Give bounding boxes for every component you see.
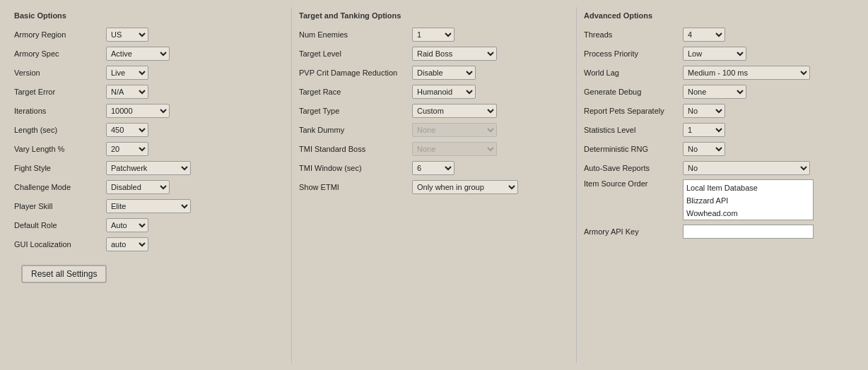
- fight-style-select[interactable]: PatchwerkHecticAddCleaveUltraxion: [106, 161, 191, 175]
- armory-api-key-input[interactable]: [683, 225, 814, 239]
- threads-select[interactable]: 1248: [683, 28, 725, 42]
- pvp-crit-select[interactable]: DisableEnable: [412, 66, 476, 80]
- target-error-label: Target Error: [14, 88, 106, 96]
- armory-region-select[interactable]: USEUKRTWCN: [106, 28, 148, 42]
- target-type-select[interactable]: CustomPlayerNPC: [412, 104, 497, 118]
- advanced-options-title: Advanced Options: [584, 11, 854, 21]
- target-level-row: Target Level Raid BossEliteNormal: [299, 46, 569, 61]
- world-lag-row: World Lag Low - 10 msMedium - 100 msHigh…: [584, 65, 854, 80]
- length-select[interactable]: 180300450600: [106, 123, 148, 137]
- item-source-blizzard[interactable]: Blizzard API: [686, 194, 810, 207]
- target-tanking-section: Target and Tanking Options Num Enemies 1…: [292, 7, 577, 363]
- main-container: Basic Options Armory Region USEUKRTWCN A…: [0, 0, 868, 370]
- length-label: Length (sec): [14, 126, 106, 134]
- challenge-mode-select[interactable]: DisabledEnabled: [106, 180, 170, 194]
- world-lag-select[interactable]: Low - 10 msMedium - 100 msHigh - 300 ms: [683, 66, 810, 80]
- statistics-level-select[interactable]: 0123: [683, 123, 725, 137]
- deterministic-rng-select[interactable]: NoYes: [683, 142, 725, 156]
- item-source-local[interactable]: Local Item Database: [686, 181, 810, 194]
- pvp-crit-row: PVP Crit Damage Reduction DisableEnable: [299, 65, 569, 80]
- report-pets-label: Report Pets Separately: [584, 107, 683, 115]
- reset-all-settings-button[interactable]: Reset all Settings: [21, 265, 107, 283]
- process-priority-label: Process Priority: [584, 49, 683, 58]
- statistics-level-row: Statistics Level 0123: [584, 122, 854, 138]
- tmi-standard-boss-row: TMI Standard Boss None: [299, 141, 569, 157]
- fight-style-label: Fight Style: [14, 164, 106, 172]
- armory-spec-row: Armory Spec ActivePrimarySecondary: [14, 46, 284, 61]
- deterministic-rng-row: Deterministic RNG NoYes: [584, 141, 854, 157]
- target-level-select[interactable]: Raid BossEliteNormal: [412, 47, 497, 61]
- tank-dummy-select[interactable]: None: [412, 123, 497, 137]
- num-enemies-label: Num Enemies: [299, 30, 412, 39]
- target-error-row: Target Error N/A0.10.51.0: [14, 84, 284, 100]
- process-priority-select[interactable]: LowNormalHigh: [683, 47, 746, 61]
- report-pets-select[interactable]: NoYes: [683, 104, 725, 118]
- player-skill-row: Player Skill EliteGoodAverageOrc: [14, 198, 284, 214]
- fight-style-row: Fight Style PatchwerkHecticAddCleaveUltr…: [14, 160, 284, 176]
- default-role-label: Default Role: [14, 221, 106, 229]
- vary-length-select[interactable]: 0102030: [106, 142, 148, 156]
- advanced-options-section: Advanced Options Threads 1248 Process Pr…: [577, 7, 861, 363]
- item-source-order-row: Item Source Order Local Item Database Bl…: [584, 179, 854, 220]
- target-type-row: Target Type CustomPlayerNPC: [299, 103, 569, 119]
- target-type-label: Target Type: [299, 107, 412, 115]
- challenge-mode-label: Challenge Mode: [14, 183, 106, 191]
- item-source-wowhead[interactable]: Wowhead.com: [686, 207, 810, 220]
- tmi-window-row: TMI Window (sec) 3610: [299, 160, 569, 176]
- player-skill-select[interactable]: EliteGoodAverageOrc: [106, 199, 191, 213]
- armory-spec-select[interactable]: ActivePrimarySecondary: [106, 47, 170, 61]
- challenge-mode-row: Challenge Mode DisabledEnabled: [14, 179, 284, 195]
- basic-options-title: Basic Options: [14, 11, 284, 21]
- auto-save-reports-row: Auto-Save Reports NoYes: [584, 160, 854, 176]
- armory-region-row: Armory Region USEUKRTWCN: [14, 27, 284, 42]
- target-race-select[interactable]: HumanoidUndeadBeastDragon: [412, 85, 476, 99]
- armory-api-key-row: Armory API Key: [584, 224, 854, 239]
- show-etmi-label: Show ETMI: [299, 183, 412, 191]
- generate-debug-label: Generate Debug: [584, 88, 683, 96]
- iterations-label: Iterations: [14, 107, 106, 115]
- tank-dummy-row: Tank Dummy None: [299, 122, 569, 138]
- armory-spec-label: Armory Spec: [14, 49, 106, 58]
- gui-localization-label: GUI Localization: [14, 240, 106, 249]
- auto-save-reports-select[interactable]: NoYes: [683, 161, 810, 175]
- target-error-select[interactable]: N/A0.10.51.0: [106, 85, 148, 99]
- item-source-order-listbox[interactable]: Local Item Database Blizzard API Wowhead…: [683, 179, 814, 220]
- gui-localization-row: GUI Localization autoendefr: [14, 237, 284, 252]
- version-label: Version: [14, 68, 106, 77]
- tmi-standard-boss-label: TMI Standard Boss: [299, 145, 412, 153]
- deterministic-rng-label: Deterministic RNG: [584, 145, 683, 153]
- player-skill-label: Player Skill: [14, 202, 106, 210]
- threads-row: Threads 1248: [584, 27, 854, 42]
- statistics-level-label: Statistics Level: [584, 126, 683, 134]
- tmi-window-label: TMI Window (sec): [299, 164, 412, 172]
- report-pets-row: Report Pets Separately NoYes: [584, 103, 854, 119]
- default-role-select[interactable]: AutoAttackHealTank: [106, 218, 148, 232]
- target-race-row: Target Race HumanoidUndeadBeastDragon: [299, 84, 569, 100]
- target-level-label: Target Level: [299, 49, 412, 58]
- default-role-row: Default Role AutoAttackHealTank: [14, 217, 284, 233]
- pvp-crit-label: PVP Crit Damage Reduction: [299, 68, 412, 77]
- gui-localization-select[interactable]: autoendefr: [106, 237, 148, 251]
- length-row: Length (sec) 180300450600: [14, 122, 284, 138]
- target-tanking-title: Target and Tanking Options: [299, 11, 569, 21]
- reset-button-container: Reset all Settings: [14, 258, 284, 283]
- generate-debug-row: Generate Debug NoneFull: [584, 84, 854, 100]
- generate-debug-select[interactable]: NoneFull: [683, 85, 746, 99]
- iterations-select[interactable]: 100100010000100000: [106, 104, 170, 118]
- process-priority-row: Process Priority LowNormalHigh: [584, 46, 854, 61]
- armory-api-key-label: Armory API Key: [584, 227, 683, 236]
- version-select[interactable]: LivePTR: [106, 66, 148, 80]
- threads-label: Threads: [584, 30, 683, 39]
- vary-length-label: Vary Length %: [14, 145, 106, 153]
- world-lag-label: World Lag: [584, 68, 683, 77]
- item-source-order-label: Item Source Order: [584, 179, 683, 188]
- tmi-standard-boss-select[interactable]: None: [412, 142, 497, 156]
- auto-save-reports-label: Auto-Save Reports: [584, 164, 683, 172]
- iterations-row: Iterations 100100010000100000: [14, 103, 284, 119]
- armory-region-label: Armory Region: [14, 30, 106, 39]
- show-etmi-select[interactable]: Only when in groupAlwaysNever: [412, 180, 518, 194]
- tmi-window-select[interactable]: 3610: [412, 161, 454, 175]
- version-row: Version LivePTR: [14, 65, 284, 80]
- basic-options-section: Basic Options Armory Region USEUKRTWCN A…: [7, 7, 292, 363]
- num-enemies-select[interactable]: 123510: [412, 28, 454, 42]
